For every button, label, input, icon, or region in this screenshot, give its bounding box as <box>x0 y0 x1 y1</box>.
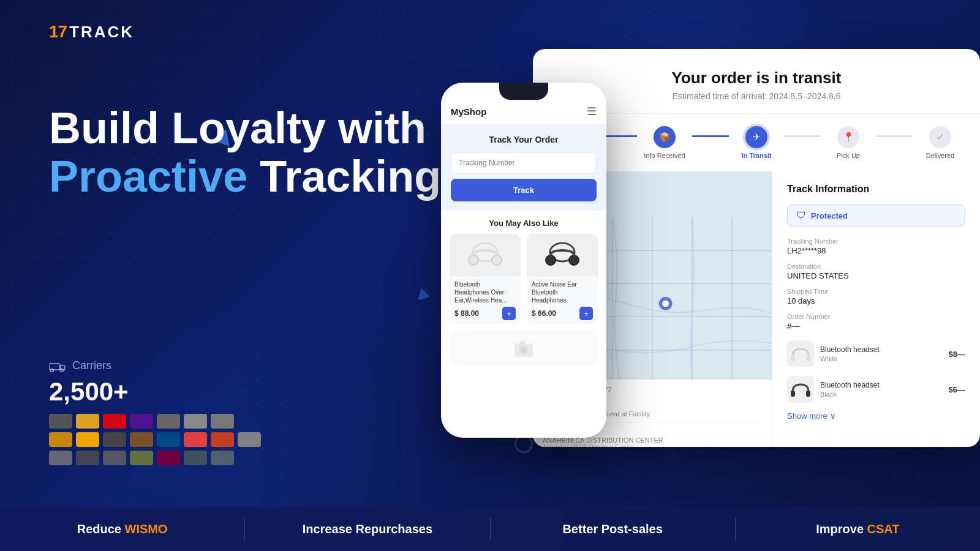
hero-accent: Proactive <box>49 152 247 201</box>
protected-badge: 🛡 Protected <box>787 204 965 227</box>
track-product-price-white: $8— <box>949 350 965 359</box>
track-step-transit: ✈ In Transit <box>729 126 784 159</box>
track-product-sub-white: White <box>820 355 943 362</box>
svg-rect-26 <box>791 355 795 361</box>
more-products-placeholder <box>450 330 598 367</box>
headphone-black-svg <box>543 237 582 274</box>
tracking-input[interactable] <box>451 152 597 174</box>
order-eta: Estimated time of arrival: 2024.8.5–2024… <box>557 91 956 101</box>
also-like-title: You May Also Like <box>450 219 598 228</box>
product-info-white: Bluetooth Headphones Over-Ear,Wireless H… <box>450 277 521 324</box>
menu-icon[interactable]: ☰ <box>587 105 597 118</box>
svg-point-5 <box>469 255 478 265</box>
product-price-white: $ 88.00 <box>454 309 479 318</box>
headphone-white-svg <box>466 237 505 274</box>
carriers-label: Carriers <box>49 359 261 372</box>
product-image-black <box>527 234 598 277</box>
track-product-black: Bluetooth headset Black $6— <box>787 376 965 403</box>
thumb-headphone-black <box>790 380 812 399</box>
svg-rect-13 <box>520 341 525 344</box>
svg-point-3 <box>61 369 64 372</box>
track-product-price-black: $6— <box>949 385 965 394</box>
track-product-sub-black: Black <box>820 391 943 398</box>
svg-point-9 <box>569 255 579 265</box>
info-label-order: Order Number <box>787 313 965 320</box>
step-icon-delivered: ✓ <box>929 126 951 148</box>
bottom-highlight-wismo: WISMO <box>125 522 168 536</box>
info-value-order: #— <box>787 321 965 331</box>
svg-rect-0 <box>49 364 60 370</box>
track-info-title: Track Information <box>787 184 965 195</box>
step-label-info: Info Received <box>644 152 685 159</box>
logo[interactable]: 17 TRACK <box>49 22 134 42</box>
track-product-name-black: Bluetooth headset <box>820 381 943 391</box>
protected-text: Protected <box>811 211 848 220</box>
track-step-delivered: ✓ Delivered <box>913 126 968 159</box>
bottom-item-postsales: Better Post-sales <box>491 522 735 536</box>
info-value-shipped: 10 days <box>787 296 965 305</box>
svg-rect-28 <box>791 391 795 397</box>
bottom-item-repurchases: Increase Repurchases <box>245 522 489 536</box>
product-name-black: Active Noise Ear Bluetooth Headphones <box>532 280 593 304</box>
track-thumb-white <box>787 340 814 367</box>
track-section: Track Your Order Track <box>441 125 606 211</box>
info-label-shipped: Shipped Time <box>787 288 965 295</box>
connector-3 <box>784 135 821 137</box>
info-value-tracking: LH2*****98 <box>787 246 965 255</box>
track-button[interactable]: Track <box>451 179 597 201</box>
logo-icon: 17 <box>49 22 67 42</box>
bottom-highlight-csat: CSAT <box>867 522 900 536</box>
track-step-info: 📦 Info Received <box>637 126 692 159</box>
svg-point-12 <box>521 348 526 353</box>
step-icon-info: 📦 <box>654 126 676 148</box>
connector-2 <box>692 135 729 137</box>
phone-notch <box>499 83 548 100</box>
carrier-row-1 <box>49 414 261 429</box>
svg-point-2 <box>51 369 54 372</box>
info-row-shipped: Shipped Time 10 days <box>787 288 965 305</box>
show-more-text: Show more <box>787 411 827 421</box>
add-to-cart-black[interactable]: + <box>579 307 593 320</box>
step-label-transit: In Transit <box>742 152 772 159</box>
product-card-black[interactable]: Active Noise Ear Bluetooth Headphones $ … <box>527 234 598 324</box>
track-product-name-white: Bluetooth headset <box>820 345 943 355</box>
phone-mockup: MyShop ☰ Track Your Order Track You May … <box>441 83 606 438</box>
myshop-title: MyShop <box>451 107 486 117</box>
step-icon-transit: ✈ <box>745 126 767 148</box>
carriers-count: 2,500+ <box>49 377 261 407</box>
carrier-row-3 <box>49 451 261 465</box>
step-label-delivered: Delivered <box>926 152 954 159</box>
hero-title: Build Loyalty with Proactive Tracking <box>49 104 466 201</box>
product-info-black: Active Noise Ear Bluetooth Headphones $ … <box>527 277 598 324</box>
svg-point-25 <box>662 300 669 307</box>
step-label-pickup: Pick Up <box>837 152 860 159</box>
product-image-white <box>450 234 521 277</box>
add-to-cart-white[interactable]: + <box>502 307 516 320</box>
hero-section: Build Loyalty with Proactive Tracking <box>49 104 466 201</box>
carriers-section: Carriers 2,500+ <box>49 359 261 465</box>
info-row-destination: Destination UNITED STATES <box>787 263 965 280</box>
svg-point-6 <box>492 255 502 265</box>
product-price-row-white: $ 88.00 + <box>454 307 516 320</box>
info-value-destination: UNITED STATES <box>787 271 965 280</box>
svg-rect-29 <box>806 391 810 397</box>
shield-icon: 🛡 <box>796 210 806 221</box>
track-product-details-black: Bluetooth headset Black <box>820 381 943 398</box>
info-row-tracking: Tracking Number LH2*****98 <box>787 238 965 255</box>
svg-rect-27 <box>806 355 810 361</box>
carrier-icon <box>49 360 66 372</box>
logo-text: TRACK <box>69 23 134 42</box>
show-more-button[interactable]: Show more ∨ <box>787 411 965 421</box>
track-product-details-white: Bluetooth headset White <box>820 345 943 362</box>
product-card-white[interactable]: Bluetooth Headphones Over-Ear,Wireless H… <box>450 234 521 324</box>
info-label-tracking: Tracking Number <box>787 238 965 245</box>
thumb-headphone-white <box>790 344 812 364</box>
bottom-item-wismo: Reduce WISMO <box>0 522 244 536</box>
step-icon-pickup: 📍 <box>837 126 859 148</box>
products-grid: Bluetooth Headphones Over-Ear,Wireless H… <box>450 234 598 324</box>
product-name-white: Bluetooth Headphones Over-Ear,Wireless H… <box>454 280 516 304</box>
track-step-pickup: 📍 Pick Up <box>821 126 876 159</box>
product-price-black: $ 66.00 <box>532 309 556 318</box>
camera-icon <box>511 336 536 361</box>
order-status-title: Your order is in transit <box>557 69 956 88</box>
